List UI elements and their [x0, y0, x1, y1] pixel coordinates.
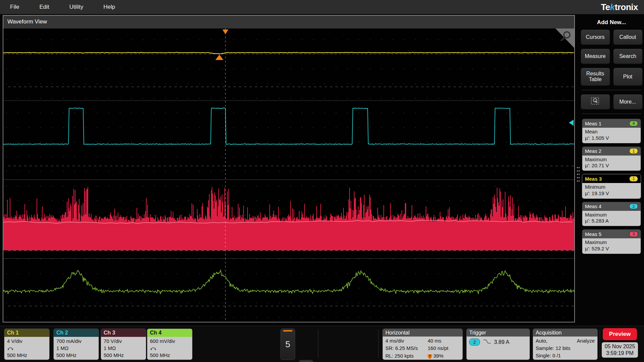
acquisition-analyze: Analyze — [577, 337, 595, 345]
channel-scale: 70 V/div — [104, 338, 143, 345]
channel-scale: 700 mA/div — [56, 338, 96, 345]
channel-badge[interactable]: Ch 4 600 mV/div 500 MHz — [147, 328, 193, 360]
bottombar-divider — [318, 329, 318, 358]
expansion-point-marker[interactable] — [215, 55, 223, 60]
search-button[interactable]: Search — [613, 49, 643, 64]
measurement-value: µ': 20.71 V — [585, 163, 638, 169]
menu-file[interactable]: File — [0, 0, 29, 14]
channel-bandwidth: 500 MHz — [104, 352, 143, 359]
bottombar-divider — [378, 329, 379, 358]
zoom-corner-button[interactable] — [555, 28, 574, 48]
measurement-type: Mean — [585, 129, 638, 135]
trigger-time-marker[interactable] — [222, 29, 228, 34]
channel-bandwidth: 500 MHz — [56, 352, 96, 359]
waveform-view-title: Waveform View — [7, 18, 47, 25]
measurement-name: Meas 4 — [585, 203, 601, 209]
channel-scale: 600 mV/div — [150, 338, 190, 345]
channel-name: Ch 4 — [150, 330, 162, 336]
measurement-name: Meas 5 — [585, 231, 601, 237]
channel-6-button[interactable]: 6 — [299, 360, 313, 362]
channel-impedance: 1 MΩ — [104, 345, 143, 352]
acquisition-sample: Sample: 12 bits — [536, 345, 595, 352]
measurement-type: Minimum — [585, 184, 638, 190]
time-label: 3:59:19 PM — [606, 350, 634, 357]
panel-drag-handle[interactable] — [577, 166, 580, 183]
channel-name: Ch 3 — [104, 330, 115, 336]
callout-button[interactable]: Callout — [613, 29, 643, 45]
trigger-level-arrow[interactable] — [569, 120, 574, 126]
ch3-vsw-trace — [3, 187, 574, 250]
measurement-badge[interactable]: Meas 31 Minimumµ': 19.19 V — [582, 174, 641, 199]
more-button[interactable]: More... — [613, 94, 643, 110]
add-new-title: Add New... — [580, 19, 643, 26]
date-label: 05 Nov 2025 — [605, 343, 635, 350]
preview-button[interactable]: Preview — [603, 328, 637, 340]
channel-name: Ch 2 — [56, 330, 68, 336]
horizontal-title: Horizontal — [383, 329, 463, 337]
measurement-source-badge: 1 — [629, 176, 638, 182]
waveform-canvas — [3, 28, 574, 321]
record-navigator[interactable] — [3, 16, 574, 28]
channel-scale: 4 V/div — [7, 338, 47, 345]
channel-color-stripe — [283, 330, 292, 331]
bottombar-divider — [600, 329, 600, 358]
datetime-display[interactable]: 05 Nov 2025 3:59:19 PM — [602, 342, 638, 358]
measurement-value: µ': 1.505 V — [585, 135, 638, 141]
menu-edit[interactable]: Edit — [29, 0, 59, 14]
measurement-badge[interactable]: Meas 21 Maximumµ': 20.71 V — [582, 146, 641, 171]
trigger-badge[interactable]: Trigger 2 3.89 A — [466, 328, 530, 360]
horizontal-trigger-position: T39% — [428, 352, 460, 360]
horizontal-record-length: RL: 250 kpts — [385, 352, 428, 360]
acquisition-single: Single: 0 /1 — [536, 352, 595, 359]
sidebar-separator — [582, 114, 641, 114]
measurement-badge[interactable]: Meas 14 Meanµ': 1.505 V — [582, 119, 641, 143]
channel-name: Ch 1 — [7, 330, 19, 336]
channel-5-button[interactable]: 5 — [280, 328, 295, 360]
waveform-plot[interactable] — [3, 28, 574, 321]
measurement-list: Meas 14 Meanµ': 1.505 V Meas 21 Maximumµ… — [580, 119, 643, 254]
measurement-name: Meas 2 — [585, 148, 601, 154]
measurement-value: µ': 529.2 V — [585, 246, 638, 252]
falling-edge-icon — [483, 339, 491, 346]
measurement-source-badge: 2 — [629, 203, 638, 209]
bottom-bar: Ch 1 4 V/div 500 MHz Ch 2 700 mA/div 1 M… — [0, 326, 644, 362]
ch4-vfb-trace — [3, 270, 574, 294]
measurement-source-badge: 4 — [629, 121, 638, 126]
acquisition-title: Acquisition — [533, 329, 597, 337]
trigger-title: Trigger — [467, 329, 530, 337]
cursors-button[interactable]: Cursors — [581, 29, 610, 45]
channel-badge[interactable]: Ch 3 70 V/div 1 MΩ 500 MHz — [101, 328, 146, 360]
measurement-badge[interactable]: Meas 53 Maximumµ': 529.2 V — [582, 229, 641, 254]
measurement-value: µ': 19.19 V — [585, 190, 638, 197]
channel-impedance — [7, 345, 47, 352]
channel-bandwidth: 500 MHz — [7, 352, 47, 359]
tektronix-logo: Tektronix — [601, 2, 644, 12]
channel-badge[interactable]: Ch 2 700 mA/div 1 MΩ 500 MHz — [53, 328, 99, 360]
measurement-type: Maximum — [585, 239, 638, 246]
acquisition-mode: Auto, — [536, 337, 547, 345]
channel-badge[interactable]: Ch 1 4 V/div 500 MHz — [4, 328, 50, 360]
plot-button[interactable]: Plot — [613, 68, 643, 86]
waveform-titlebar: Waveform View — [3, 16, 574, 28]
oscilloscope-app: File Edit Utility Help Tektronix Wavefor… — [0, 0, 644, 362]
horizontal-resolution: 160 ns/pt — [428, 345, 460, 352]
zoom-select-button[interactable] — [581, 94, 610, 110]
results-table-button[interactable]: Results Table — [581, 68, 610, 86]
acquisition-badge[interactable]: Acquisition Auto, Analyze Sample: 12 bit… — [533, 328, 598, 360]
ch1-vout-trace — [3, 52, 574, 54]
horizontal-scale: 4 ms/div — [385, 337, 428, 345]
measure-button[interactable]: Measure — [581, 49, 610, 64]
menu-utility[interactable]: Utility — [59, 0, 94, 14]
menu-help[interactable]: Help — [93, 0, 125, 14]
measurement-badge[interactable]: Meas 42 Maximumµ': 5.283 A — [582, 202, 641, 227]
measurement-source-badge: 1 — [629, 148, 638, 154]
trigger-level: 3.89 A — [494, 339, 509, 345]
channel-bandwidth: 500 MHz — [150, 352, 190, 359]
measurement-source-badge: 3 — [629, 231, 638, 237]
measurement-value: µ': 5.283 A — [585, 218, 638, 224]
ch2-iout-trace — [3, 108, 574, 145]
channel-impedance: 1 MΩ — [56, 345, 96, 352]
measurement-type: Maximum — [585, 212, 638, 218]
horizontal-badge[interactable]: Horizontal 4 ms/div 40 ms SR: 6.25 MS/s … — [382, 328, 463, 360]
magnifier-icon-handle — [561, 37, 565, 41]
